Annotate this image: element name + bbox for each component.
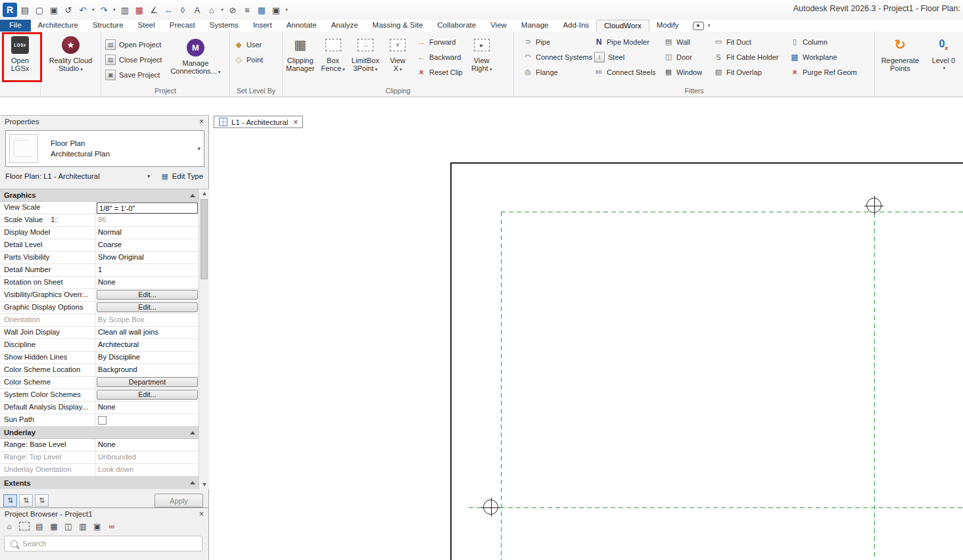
- manage-connections-button[interactable]: M ManageConnections...▾: [167, 34, 223, 76]
- collapse-icon[interactable]: [190, 481, 195, 484]
- connect-systems-button[interactable]: ◠Connect Systems: [519, 49, 588, 64]
- sheets-icon[interactable]: ▥: [76, 521, 89, 532]
- sort-default-icon[interactable]: ⇅: [3, 494, 17, 507]
- column-button[interactable]: ▯Column: [786, 34, 860, 49]
- type-selector-caret-icon[interactable]: ▾: [197, 145, 200, 152]
- tab-steel[interactable]: Steel: [131, 20, 162, 32]
- elevation-marker-left[interactable]: [483, 500, 498, 515]
- close-project-button[interactable]: ▤ Close Project: [101, 52, 166, 67]
- ribbon-display-toggle[interactable]: ▾: [686, 20, 718, 32]
- sort-descending-icon[interactable]: ⇅: [35, 494, 49, 507]
- apply-button[interactable]: Apply: [154, 494, 203, 507]
- fit-cable-holder-button[interactable]: SFit Cable Holder: [710, 49, 784, 64]
- home-icon[interactable]: ⌂: [3, 521, 16, 532]
- schedule-grid-icon[interactable]: ▦: [255, 3, 268, 16]
- thin-lines-icon[interactable]: ≡: [241, 3, 254, 16]
- level-0-button[interactable]: 0x Level 0▾: [928, 32, 958, 72]
- door-button[interactable]: ◫Door: [660, 49, 707, 64]
- backward-button[interactable]: ← Backward: [413, 49, 467, 64]
- steel-button[interactable]: ISteel: [590, 49, 657, 64]
- red-document-icon[interactable]: ▦: [133, 3, 146, 16]
- set-level-point-button[interactable]: ◇ Point: [230, 52, 282, 67]
- tab-view[interactable]: View: [483, 20, 514, 32]
- redo-icon[interactable]: ↷: [97, 3, 110, 16]
- color-scheme-button[interactable]: Department: [97, 377, 198, 387]
- selection-box-icon[interactable]: [19, 522, 30, 530]
- reality-cloud-studio-button[interactable]: ★ Reality CloudStudio▾: [41, 32, 101, 74]
- crop-region-left-edge[interactable]: [450, 162, 452, 560]
- pipe-button[interactable]: ⊃Pipe: [519, 34, 588, 49]
- window-button[interactable]: ▦Window: [660, 64, 707, 80]
- section-underlay[interactable]: Underlay: [0, 427, 199, 439]
- tab-cloudworx[interactable]: CloudWorx: [596, 20, 649, 32]
- purge-ref-geom-button[interactable]: ×Purge Ref Geom: [786, 64, 860, 80]
- collapse-icon[interactable]: [190, 194, 195, 197]
- sort-ascending-icon[interactable]: ⇅: [19, 494, 33, 507]
- reference-plane-top[interactable]: [501, 212, 963, 212]
- reference-plane-right[interactable]: [874, 213, 875, 560]
- scrollbar-thumb[interactable]: [200, 199, 208, 279]
- regenerate-points-button[interactable]: ↻ RegeneratePoints: [878, 32, 923, 72]
- tab-manage[interactable]: Manage: [514, 20, 556, 32]
- view-x-button[interactable]: × ViewX▾: [383, 32, 413, 74]
- set-level-user-button[interactable]: ◆ User: [230, 37, 282, 52]
- flange-button[interactable]: ◎Flange: [519, 64, 588, 80]
- limitbox-3point-button[interactable]: ∴ LimitBox3Point▾: [348, 32, 383, 74]
- measure-icon[interactable]: ∠: [147, 3, 160, 16]
- print-icon[interactable]: ▥: [118, 3, 131, 16]
- open-project-button[interactable]: ▤ Open Project: [101, 37, 166, 52]
- scrollbar-down-icon[interactable]: [199, 480, 209, 489]
- section-extents[interactable]: Extents: [0, 477, 199, 489]
- pipe-modeler-button[interactable]: NPipe Modeler: [590, 34, 657, 49]
- project-browser-search-input[interactable]: Search: [4, 536, 202, 551]
- tab-systems[interactable]: Systems: [202, 20, 246, 32]
- sync-icon[interactable]: ↺: [62, 3, 75, 16]
- tab-analyze[interactable]: Analyze: [324, 20, 365, 32]
- reset-clip-button[interactable]: × Reset Clip: [413, 64, 467, 80]
- braces-icon[interactable]: ▣: [91, 521, 104, 532]
- save-icon[interactable]: ▣: [47, 3, 60, 16]
- 3d-view-caret-icon[interactable]: ▾: [220, 7, 225, 12]
- project-browser-close-icon[interactable]: ×: [199, 509, 204, 519]
- tab-file[interactable]: File: [0, 20, 31, 32]
- elevation-marker-top[interactable]: [866, 198, 881, 213]
- redo-caret-icon[interactable]: ▾: [112, 7, 117, 12]
- view-tab-close-icon[interactable]: ×: [293, 118, 298, 127]
- tab-insert[interactable]: Insert: [246, 20, 279, 32]
- visibility-graphics-edit-button[interactable]: Edit...: [97, 290, 198, 300]
- tab-add-ins[interactable]: Add-Ins: [555, 20, 596, 32]
- board-icon[interactable]: ▤: [18, 3, 32, 16]
- section-graphics[interactable]: Graphics: [0, 189, 199, 202]
- properties-scrollbar[interactable]: [199, 189, 209, 489]
- reference-plane-bottom[interactable]: [469, 507, 963, 508]
- view-right-button[interactable]: ▸ ViewRight▾: [467, 32, 497, 74]
- text-icon[interactable]: A: [191, 3, 204, 16]
- sun-path-checkbox[interactable]: [98, 416, 106, 425]
- tab-precast[interactable]: Precast: [162, 20, 202, 32]
- fit-duct-button[interactable]: ▭Fit Duct: [710, 34, 784, 49]
- tag-icon[interactable]: ◊: [176, 3, 189, 16]
- tab-collaborate[interactable]: Collaborate: [430, 20, 483, 32]
- tab-massing-site[interactable]: Massing & Site: [365, 20, 431, 32]
- save-project-button[interactable]: ▣ Save Project: [101, 67, 166, 82]
- collapse-icon[interactable]: [190, 431, 195, 434]
- open-lgsx-button[interactable]: LGSx OpenLGSx: [0, 32, 40, 72]
- graphic-display-options-edit-button[interactable]: Edit...: [97, 302, 198, 312]
- workplane-button[interactable]: ▩Workplane: [786, 49, 860, 64]
- connect-steels-button[interactable]: BBConnect Steels: [590, 64, 657, 80]
- aligned-dimension-icon[interactable]: ↔: [162, 3, 175, 16]
- system-color-schemes-edit-button[interactable]: Edit...: [97, 390, 198, 400]
- tab-structure[interactable]: Structure: [85, 20, 131, 32]
- fit-overlap-button[interactable]: ▧Fit Overlap: [710, 64, 784, 80]
- copy-icon[interactable]: ▣: [270, 3, 283, 16]
- crop-region-top-edge[interactable]: [450, 162, 963, 164]
- undo-icon[interactable]: ↶: [76, 3, 89, 16]
- undo-caret-icon[interactable]: ▾: [91, 7, 96, 12]
- forward-button[interactable]: → Forward: [413, 34, 467, 49]
- tab-annotate[interactable]: Annotate: [279, 20, 324, 32]
- preview-icon[interactable]: ◫: [62, 521, 75, 532]
- link-icon[interactable]: ∞: [105, 521, 118, 532]
- tab-architecture[interactable]: Architecture: [31, 20, 85, 32]
- properties-close-icon[interactable]: ×: [199, 117, 204, 126]
- edit-type-button[interactable]: ▦ Edit Type: [160, 172, 203, 181]
